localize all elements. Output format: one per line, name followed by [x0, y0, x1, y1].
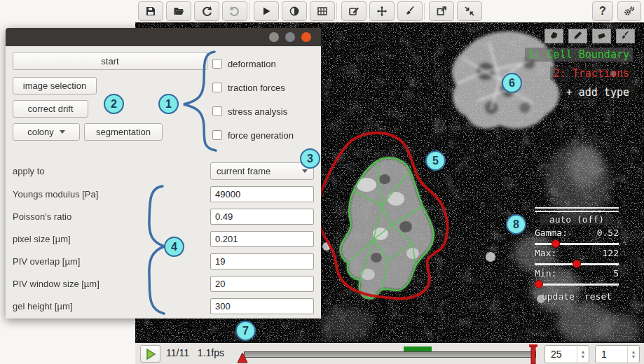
export-icon	[436, 6, 447, 17]
deformation-label: deformation	[228, 59, 276, 69]
timeline-end-marker[interactable]	[528, 344, 539, 364]
max-slider[interactable]	[535, 263, 619, 265]
window-titlebar[interactable]	[6, 28, 321, 46]
gamma-slider-handle[interactable]	[551, 239, 560, 248]
frames-button[interactable]	[310, 1, 335, 21]
mode-dropdown-value: colony	[27, 127, 54, 137]
settings-button[interactable]	[617, 1, 641, 21]
callout-8: 8	[506, 214, 526, 234]
pixel-size-label: pixel size [µm]	[13, 231, 71, 247]
gamma-label: Gamma:	[535, 227, 568, 238]
image-selection-button[interactable]: image selection	[13, 77, 97, 94]
contrast-button[interactable]	[282, 1, 307, 21]
segmentation-button[interactable]: segmentation	[84, 123, 163, 141]
max-value: 122	[603, 248, 619, 258]
checkbox-row-deformation[interactable]: deformation	[212, 58, 276, 69]
piv-overlap-input[interactable]: 19	[210, 253, 314, 270]
correct-drift-button[interactable]: correct drift	[13, 100, 88, 118]
traction-forces-label: traction forces	[228, 83, 285, 93]
spinbox-arrows[interactable]: ▲▼	[627, 346, 639, 363]
undo-button[interactable]	[194, 1, 219, 21]
undo-icon	[201, 6, 212, 17]
min-value: 5	[613, 268, 619, 279]
window-maximize-button[interactable]	[285, 32, 295, 42]
frame-step-spinbox[interactable]: 1 ▲▼	[595, 345, 640, 363]
pixel-size-input[interactable]: 0.201	[210, 231, 314, 247]
piv-window-size-label: PIV window size [µm]	[13, 276, 100, 292]
redo-button[interactable]	[222, 1, 247, 21]
skip-frames-value: 25	[545, 346, 577, 363]
paint-button[interactable]	[397, 1, 423, 21]
gamma-panel-divider	[535, 211, 619, 212]
traction-forces-checkbox[interactable]	[212, 83, 222, 92]
callout-3: 3	[300, 148, 320, 169]
eraser-tool-button[interactable]	[592, 29, 611, 43]
gamma-slider[interactable]	[535, 243, 619, 245]
move-button[interactable]	[369, 1, 395, 21]
tfm-addon-window: start image selection correct drift colo…	[6, 28, 321, 318]
redo-icon	[229, 6, 240, 17]
window-minimize-button[interactable]	[269, 32, 279, 42]
gamma-value: 0.52	[597, 227, 619, 238]
window-close-button[interactable]	[301, 32, 311, 42]
force-generation-checkbox[interactable]	[212, 130, 222, 140]
spinbox-arrows[interactable]: ▲▼	[577, 346, 589, 363]
frame-number: 11/11	[166, 347, 189, 358]
min-slider-handle[interactable]	[535, 280, 543, 288]
skip-frames-spinbox[interactable]: 25 ▲▼	[544, 345, 589, 363]
frame-counter: 11/11 1.1fps	[166, 347, 224, 358]
open-button[interactable]	[166, 1, 191, 21]
timeline-track[interactable]	[244, 351, 536, 358]
gears-icon	[623, 6, 636, 17]
reset-button[interactable]: reset	[584, 291, 612, 302]
callout-7: 7	[235, 321, 256, 341]
playback-bar: 11/11 1.1fps 25 ▲▼ 1 ▲▼	[135, 342, 644, 364]
polygon-tool-button[interactable]	[544, 29, 563, 43]
piv-window-size-input[interactable]: 20	[210, 276, 314, 292]
timeline-start-marker[interactable]	[235, 353, 249, 364]
export-button[interactable]	[429, 1, 454, 21]
help-button[interactable]: ?	[592, 1, 613, 21]
add-type-button[interactable]: + add type	[563, 85, 633, 99]
checkbox-row-traction-forces[interactable]: traction forces	[212, 82, 285, 93]
callout-2: 2	[104, 94, 124, 114]
pen-tool-button[interactable]	[568, 29, 587, 43]
tfm-panel-body: start image selection correct drift colo…	[6, 46, 321, 318]
toolbar-separator	[424, 3, 425, 20]
edit-note-icon	[348, 6, 359, 17]
callout-1: 1	[158, 94, 179, 114]
timeline-buffered-segment	[404, 346, 432, 351]
stress-analysis-label: stress analysis	[228, 106, 287, 117]
apply-to-dropdown[interactable]: current frame	[210, 162, 314, 180]
poissons-ratio-input[interactable]: 0.49	[210, 209, 314, 225]
gel-height-label: gel height [µm]	[13, 298, 73, 314]
type-tractions[interactable]: 2: Tractions	[550, 66, 633, 80]
brush-tool-button[interactable]	[616, 29, 635, 43]
type-cell-boundary[interactable]: 1: Cell Boundary	[525, 48, 633, 62]
save-button[interactable]	[138, 1, 163, 21]
help-icon: ?	[599, 5, 606, 18]
contrast-icon	[289, 6, 300, 17]
deformation-checkbox[interactable]	[212, 59, 222, 69]
checkbox-row-stress-analysis[interactable]: stress analysis	[212, 106, 287, 117]
apply-to-value: current frame	[217, 166, 270, 176]
auto-toggle[interactable]: auto (off)	[540, 214, 613, 225]
min-slider[interactable]	[535, 284, 619, 286]
gamma-panel: auto (off) Gamma: 0.52 Max: 122 Min: 5	[535, 207, 619, 302]
play-button-toolbar[interactable]	[254, 1, 279, 21]
fit-view-button[interactable]	[457, 1, 482, 21]
play-button[interactable]	[140, 345, 160, 363]
mode-dropdown[interactable]: colony	[13, 123, 80, 141]
toolbar-separator	[336, 3, 337, 20]
stress-analysis-checkbox[interactable]	[212, 106, 222, 116]
max-slider-handle[interactable]	[573, 260, 581, 268]
update-button[interactable]: update	[542, 291, 575, 302]
annotate-button[interactable]	[341, 1, 366, 21]
callout-5: 5	[425, 150, 446, 171]
checkbox-row-force-generation[interactable]: force generation	[212, 130, 294, 141]
chevron-down-icon	[60, 130, 65, 134]
start-button[interactable]: start	[13, 52, 207, 70]
youngs-modulus-input[interactable]: 49000	[210, 186, 314, 202]
poissons-ratio-label: Poisson's ratio	[13, 209, 71, 225]
gel-height-input[interactable]: 300	[210, 298, 314, 314]
